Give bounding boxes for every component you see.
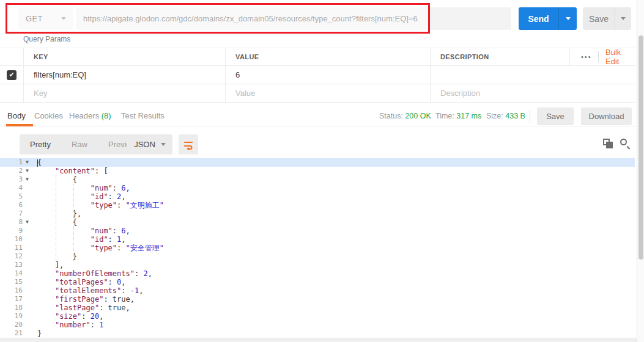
chevron-down-icon bbox=[621, 17, 626, 20]
code-line: 13 ], bbox=[0, 261, 635, 269]
code-line: 20 "number": 1 bbox=[0, 321, 635, 329]
fold-toggle-icon[interactable]: ▼ bbox=[24, 167, 34, 175]
line-number: 2 bbox=[0, 167, 24, 175]
headers-count-badge: (8) bbox=[102, 111, 111, 120]
param-row: ✔ filters[num:EQ] 6 bbox=[0, 66, 635, 84]
tab-headers[interactable]: Headers (8) bbox=[69, 111, 111, 120]
fold-spacer bbox=[24, 209, 34, 218]
code-text: "num": 6, bbox=[34, 184, 130, 192]
save-button-group: Save bbox=[583, 7, 631, 30]
save-button[interactable]: Save bbox=[583, 7, 615, 30]
code-text: "num": 6, bbox=[34, 227, 130, 235]
fold-toggle-icon[interactable]: ▼ bbox=[24, 158, 34, 167]
code-text: "content": [ bbox=[34, 167, 108, 175]
fold-spacer bbox=[24, 252, 34, 261]
code-line: 21} bbox=[0, 329, 635, 338]
param-key: filters[num:EQ] bbox=[34, 70, 86, 79]
fold-toggle-icon[interactable]: ▼ bbox=[24, 218, 34, 227]
code-line: 11 "type": "安全管理" bbox=[0, 244, 635, 252]
wrap-text-button[interactable] bbox=[179, 134, 198, 155]
tab-body[interactable]: Body bbox=[7, 111, 26, 120]
code-text: "id": 2, bbox=[34, 192, 126, 201]
search-icon[interactable] bbox=[620, 138, 631, 149]
query-params-table: KEY VALUE DESCRIPTION ••• Bulk Edit ✔ fi… bbox=[0, 48, 635, 103]
fold-spacer bbox=[24, 321, 34, 329]
format-dropdown[interactable]: JSON bbox=[127, 134, 172, 155]
code-line: 17 "firstPage": true, bbox=[0, 295, 635, 304]
code-text: "type": "文明施工" bbox=[34, 201, 164, 209]
send-options-button[interactable] bbox=[558, 7, 577, 30]
fold-spacer bbox=[24, 286, 34, 295]
line-number: 18 bbox=[0, 304, 24, 312]
param-checkbox[interactable]: ✔ bbox=[7, 70, 17, 80]
fold-spacer bbox=[24, 329, 34, 338]
method-dropdown[interactable]: GET bbox=[18, 7, 73, 30]
code-line: 3▼ { bbox=[0, 175, 635, 184]
line-number: 10 bbox=[0, 235, 24, 244]
param-row-empty: Key Value Description bbox=[0, 84, 635, 103]
fold-spacer bbox=[24, 312, 34, 321]
fold-spacer bbox=[24, 227, 34, 235]
code-line: 16 "totalElements": -1, bbox=[0, 286, 635, 295]
code-line: 7 }, bbox=[0, 209, 635, 218]
active-tab-underline bbox=[6, 124, 33, 126]
code-line: 2▼ "content": [ bbox=[0, 167, 635, 175]
code-text: "size": 20, bbox=[34, 312, 103, 321]
line-number: 21 bbox=[0, 329, 24, 338]
code-line: 10 "id": 1, bbox=[0, 235, 635, 244]
scrollbar-thumb[interactable] bbox=[638, 35, 643, 260]
code-line: 1▼{ bbox=[0, 158, 635, 167]
fold-spacer bbox=[24, 278, 34, 286]
line-number: 16 bbox=[0, 286, 24, 295]
postman-window: GET Send Save Query Params KEY VALUE DES… bbox=[0, 0, 644, 342]
download-response-button[interactable]: Download bbox=[581, 107, 632, 125]
line-number: 1 bbox=[0, 158, 24, 167]
editor-horizontal-scrollbar[interactable] bbox=[0, 338, 637, 342]
code-line: 18 "lastPage": true, bbox=[0, 304, 635, 312]
line-number: 5 bbox=[0, 192, 24, 201]
key-column-header: KEY bbox=[34, 53, 48, 60]
indent-guide bbox=[73, 184, 74, 261]
view-tab-raw[interactable]: Raw bbox=[61, 140, 98, 149]
tab-test-results[interactable]: Test Results bbox=[121, 111, 165, 120]
code-line: 5 "id": 2, bbox=[0, 192, 635, 201]
params-menu-icon[interactable]: ••• bbox=[575, 53, 598, 60]
fold-toggle-icon[interactable]: ▼ bbox=[24, 175, 34, 184]
status-badge: Status: 200 OK bbox=[379, 112, 431, 120]
fold-spacer bbox=[24, 184, 34, 192]
wrap-text-icon bbox=[183, 139, 194, 150]
fold-spacer bbox=[24, 244, 34, 252]
chevron-down-icon bbox=[161, 143, 166, 146]
save-response-button[interactable]: Save bbox=[537, 107, 574, 125]
code-text: "firstPage": true, bbox=[34, 295, 135, 304]
save-options-button[interactable] bbox=[615, 7, 631, 30]
line-number: 4 bbox=[0, 184, 24, 192]
code-text: "numberOfElements": 2, bbox=[34, 269, 152, 278]
send-button[interactable]: Send bbox=[519, 7, 558, 30]
fold-spacer bbox=[24, 269, 34, 278]
params-header-row: KEY VALUE DESCRIPTION ••• Bulk Edit bbox=[0, 48, 635, 66]
view-tab-pretty[interactable]: Pretty bbox=[20, 140, 61, 149]
tab-cookies[interactable]: Cookies bbox=[34, 111, 63, 120]
line-number: 17 bbox=[0, 295, 24, 304]
fold-spacer bbox=[24, 304, 34, 312]
code-text: "number": 1 bbox=[34, 321, 103, 329]
send-button-group: Send bbox=[519, 7, 577, 30]
line-number: 8 bbox=[0, 218, 24, 227]
code-line: 15 "totalPages": 0, bbox=[0, 278, 635, 286]
param-key-placeholder: Key bbox=[34, 89, 47, 98]
fold-spacer bbox=[24, 192, 34, 201]
url-input[interactable] bbox=[76, 7, 511, 30]
format-label: JSON bbox=[134, 140, 155, 149]
line-number: 7 bbox=[0, 209, 24, 218]
fold-spacer bbox=[24, 295, 34, 304]
line-number: 19 bbox=[0, 312, 24, 321]
line-number: 9 bbox=[0, 227, 24, 235]
code-line: 19 "size": 20, bbox=[0, 312, 635, 321]
check-icon: ✔ bbox=[9, 71, 14, 78]
param-description-placeholder: Description bbox=[440, 89, 480, 98]
copy-icon[interactable] bbox=[603, 139, 613, 148]
fold-spacer bbox=[24, 235, 34, 244]
line-number: 3 bbox=[0, 175, 24, 184]
bulk-edit-button[interactable]: Bulk Edit bbox=[598, 48, 630, 66]
